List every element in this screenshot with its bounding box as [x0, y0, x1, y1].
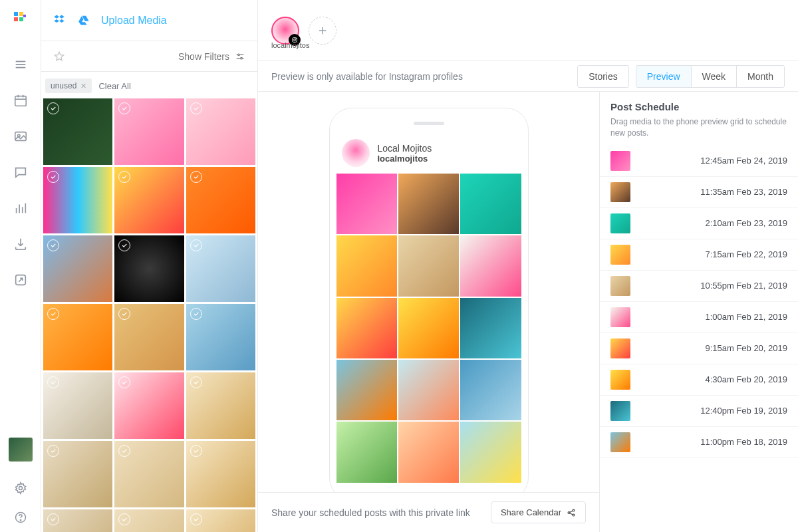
star-icon[interactable]: [53, 51, 65, 63]
svg-rect-0: [14, 12, 18, 16]
conversations-icon[interactable]: [13, 165, 28, 180]
linkinbio-icon[interactable]: [13, 273, 28, 287]
library-thumb[interactable]: [114, 509, 184, 532]
library-grid: [41, 98, 257, 532]
profile-display-name: Local Mojitos: [378, 143, 432, 154]
share-button-label: Share Calendar: [501, 507, 561, 517]
library-thumb[interactable]: [186, 372, 255, 439]
feed-cell[interactable]: [336, 422, 397, 482]
schedule-time: 2:10am Feb 23, 2019: [705, 218, 787, 228]
library-thumb[interactable]: [186, 235, 255, 302]
svg-point-27: [294, 39, 296, 41]
schedule-hint: Drag media to the phone preview grid to …: [610, 116, 787, 139]
help-icon[interactable]: [14, 511, 27, 524]
media-icon[interactable]: [13, 129, 28, 144]
check-icon: [47, 239, 59, 251]
library-thumb[interactable]: [43, 372, 112, 439]
schedule-row[interactable]: 11:00pm Feb 18, 2019: [600, 427, 798, 458]
library-thumb[interactable]: [114, 167, 184, 233]
dropbox-icon[interactable]: [53, 13, 68, 28]
stories-button[interactable]: Stories: [577, 65, 629, 88]
feed-cell[interactable]: [398, 235, 459, 296]
library-thumb[interactable]: [43, 509, 112, 532]
svg-rect-3: [19, 17, 23, 21]
library-thumb[interactable]: [114, 441, 184, 507]
schedule-row[interactable]: 4:30am Feb 20, 2019: [600, 364, 798, 396]
library-thumb[interactable]: [114, 98, 184, 165]
feed-cell[interactable]: [336, 360, 397, 420]
feed-cell[interactable]: [398, 174, 459, 234]
account-bar: localmojitos: [258, 0, 798, 61]
library-thumb[interactable]: [186, 98, 255, 165]
feed-cell[interactable]: [398, 422, 459, 482]
library-thumb[interactable]: [186, 304, 255, 370]
share-calendar-button[interactable]: Share Calendar: [491, 501, 586, 523]
filter-chips-row: unused ✕ Clear All: [41, 72, 257, 98]
check-icon: [190, 376, 202, 388]
calendar-icon[interactable]: [13, 93, 28, 108]
menu-icon[interactable]: [13, 57, 28, 72]
library-thumb[interactable]: [114, 235, 184, 302]
schedule-row[interactable]: 12:40pm Feb 19, 2019: [600, 396, 798, 427]
schedule-row[interactable]: 10:55pm Feb 21, 2019: [600, 271, 798, 302]
feed-cell[interactable]: [460, 360, 521, 420]
library-thumb[interactable]: [43, 441, 112, 507]
tab-week[interactable]: Week: [692, 66, 737, 87]
google-drive-icon[interactable]: [77, 13, 92, 28]
check-icon: [118, 308, 130, 320]
feed-cell[interactable]: [336, 174, 397, 234]
feed-cell[interactable]: [398, 298, 459, 358]
schedule-thumb: [610, 432, 630, 452]
feed-cell[interactable]: [460, 422, 521, 482]
schedule-row[interactable]: 1:00am Feb 21, 2019: [600, 302, 798, 333]
close-icon[interactable]: ✕: [80, 82, 86, 90]
profile-header: Local Mojitos localmojitos: [336, 135, 521, 174]
tab-preview[interactable]: Preview: [636, 66, 692, 87]
feed-cell[interactable]: [336, 235, 397, 296]
feed-grid[interactable]: [336, 174, 521, 483]
check-icon: [118, 445, 130, 457]
account-avatar[interactable]: [271, 17, 299, 45]
schedule-row[interactable]: 11:35am Feb 23, 2019: [600, 177, 798, 208]
feed-cell[interactable]: [460, 174, 521, 234]
settings-icon[interactable]: [14, 481, 27, 495]
user-avatar[interactable]: [9, 438, 33, 462]
library-thumb[interactable]: [43, 167, 112, 233]
collect-icon[interactable]: [13, 237, 28, 251]
clear-all-button[interactable]: Clear All: [98, 81, 130, 91]
schedule-row[interactable]: 12:45am Feb 24, 2019: [600, 146, 798, 177]
share-bar: Share your scheduled posts with this pri…: [258, 492, 599, 532]
library-thumb[interactable]: [114, 304, 184, 370]
library-thumb[interactable]: [43, 304, 112, 370]
filter-chip-unused[interactable]: unused ✕: [45, 78, 92, 93]
library-thumb[interactable]: [186, 509, 255, 532]
check-icon: [190, 102, 202, 114]
schedule-row[interactable]: 7:15am Feb 22, 2019: [600, 239, 798, 271]
library-thumb[interactable]: [114, 372, 184, 439]
share-icon: [567, 508, 576, 517]
feed-cell[interactable]: [460, 298, 521, 358]
share-text: Share your scheduled posts with this pri…: [271, 507, 470, 518]
check-icon: [47, 376, 59, 388]
library-filter-bar: Show Filters: [41, 41, 257, 72]
schedule-time: 12:45am Feb 24, 2019: [700, 156, 787, 166]
library-thumb[interactable]: [43, 98, 112, 165]
analytics-icon[interactable]: [13, 201, 28, 215]
library-thumb[interactable]: [43, 235, 112, 302]
schedule-row[interactable]: 9:15am Feb 20, 2019: [600, 333, 798, 364]
schedule-title: Post Schedule: [610, 101, 787, 112]
svg-line-35: [570, 513, 573, 514]
feed-cell[interactable]: [398, 360, 459, 420]
schedule-row[interactable]: 2:10am Feb 23, 2019: [600, 208, 798, 239]
library-thumb[interactable]: [186, 441, 255, 507]
tab-month[interactable]: Month: [737, 66, 784, 87]
view-segment: PreviewWeekMonth: [636, 65, 785, 88]
feed-cell[interactable]: [460, 235, 521, 296]
feed-cell[interactable]: [336, 298, 397, 358]
show-filters-button[interactable]: Show Filters: [178, 51, 245, 62]
upload-media-button[interactable]: Upload Media: [101, 15, 167, 27]
check-icon: [190, 171, 202, 183]
library-thumb[interactable]: [186, 167, 255, 233]
media-library: Upload Media Show Filters unused ✕ Clear…: [41, 0, 258, 532]
add-account-button[interactable]: [309, 17, 336, 45]
